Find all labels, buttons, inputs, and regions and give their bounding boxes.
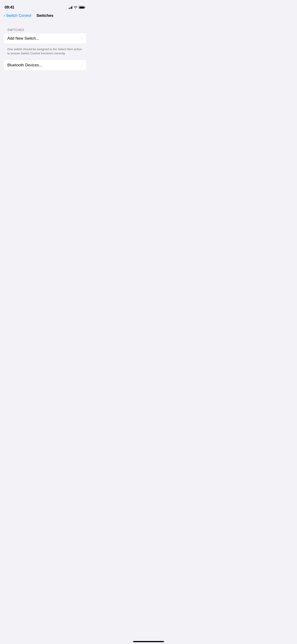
add-new-switch-item[interactable]: Add New Switch... ›	[4, 34, 86, 44]
page-title: Switches	[36, 13, 54, 18]
wifi-icon	[74, 6, 77, 9]
switches-section-footer: One switch should be assigned to the Sel…	[4, 45, 86, 56]
nav-bar: ‹ Switch Control Switches	[0, 12, 90, 22]
status-bar: 09:41	[0, 0, 90, 12]
back-chevron-icon: ‹	[4, 13, 5, 18]
bluetooth-devices-chevron-icon: ›	[81, 63, 82, 67]
add-new-switch-chevron-icon: ›	[81, 36, 82, 40]
status-icons	[68, 6, 86, 9]
signal-bars-icon	[68, 6, 72, 9]
battery-icon	[79, 6, 85, 9]
bluetooth-devices-label: Bluetooth Devices...	[7, 63, 42, 68]
switches-section-header: SWITCHES	[4, 28, 86, 32]
bluetooth-devices-item[interactable]: Bluetooth Devices... ›	[4, 60, 86, 70]
bluetooth-list-group: Bluetooth Devices... ›	[4, 60, 86, 70]
back-button[interactable]: ‹ Switch Control	[4, 13, 31, 18]
status-time: 09:41	[4, 5, 14, 10]
back-label: Switch Control	[6, 13, 31, 18]
switches-list-group: Add New Switch... ›	[4, 34, 86, 44]
add-new-switch-label: Add New Switch...	[7, 36, 39, 41]
main-content: SWITCHES Add New Switch... › One switch …	[0, 22, 90, 70]
